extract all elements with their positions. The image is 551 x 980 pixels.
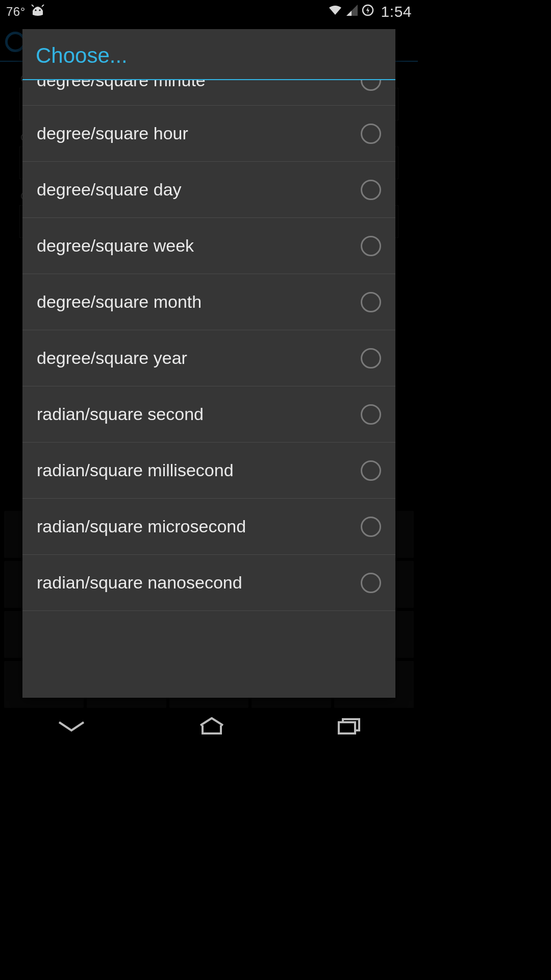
radio-icon[interactable]: [361, 460, 381, 481]
option-label: degree/square hour: [37, 124, 188, 143]
radio-icon[interactable]: [361, 517, 381, 537]
status-bar: 76°: [0, 0, 418, 23]
status-clock: 1:54: [381, 3, 412, 20]
dialog-title: Choose...: [22, 29, 395, 79]
svg-point-0: [35, 9, 36, 11]
option-label: degree/square week: [37, 236, 194, 256]
option-row[interactable]: radian/square second: [22, 386, 395, 443]
option-row[interactable]: degree/square day: [22, 162, 395, 218]
option-row[interactable]: radian/square microsecond: [22, 499, 395, 555]
option-row[interactable]: radian/square millisecond: [22, 443, 395, 499]
option-label: radian/square second: [37, 404, 204, 424]
option-label: radian/square microsecond: [37, 517, 246, 536]
option-row[interactable]: degree/square year: [22, 330, 395, 386]
radio-icon[interactable]: [361, 80, 381, 91]
svg-line-3: [42, 5, 44, 7]
choose-dialog: Choose... degree/square minutedegree/squ…: [22, 29, 395, 698]
option-row[interactable]: degree/square week: [22, 218, 395, 274]
radio-icon[interactable]: [361, 573, 381, 593]
option-row[interactable]: degree/square hour: [22, 106, 395, 162]
option-label: radian/square nanosecond: [37, 573, 242, 593]
cell-signal-icon: [346, 5, 358, 19]
status-bar-right: 1:54: [328, 3, 412, 20]
status-bar-left: 76°: [6, 5, 45, 19]
option-row[interactable]: radian/square nanosecond: [22, 555, 395, 611]
option-label: degree/square minute: [37, 80, 206, 90]
option-label: degree/square month: [37, 292, 202, 312]
radio-icon[interactable]: [361, 124, 381, 144]
svg-point-1: [39, 9, 40, 11]
recent-apps-button[interactable]: [337, 717, 362, 738]
temperature-indicator: 76°: [6, 5, 26, 19]
power-icon: [362, 4, 374, 19]
radio-icon[interactable]: [361, 404, 381, 425]
back-button[interactable]: [56, 719, 87, 736]
option-row[interactable]: degree/square minute: [22, 80, 395, 106]
home-button[interactable]: [198, 717, 225, 738]
radio-icon[interactable]: [361, 180, 381, 200]
options-list[interactable]: degree/square minutedegree/square hourde…: [22, 80, 395, 698]
svg-line-2: [32, 5, 34, 7]
option-label: degree/square year: [37, 348, 187, 368]
option-row[interactable]: degree/square month: [22, 274, 395, 330]
radio-icon[interactable]: [361, 348, 381, 369]
option-label: radian/square millisecond: [37, 460, 234, 480]
wifi-icon: [328, 5, 342, 19]
radio-icon[interactable]: [361, 236, 381, 256]
radio-icon[interactable]: [361, 292, 381, 312]
android-mascot-icon: [31, 5, 45, 19]
navigation-bar: [0, 712, 418, 743]
svg-rect-5: [339, 722, 355, 733]
option-label: degree/square day: [37, 180, 182, 200]
